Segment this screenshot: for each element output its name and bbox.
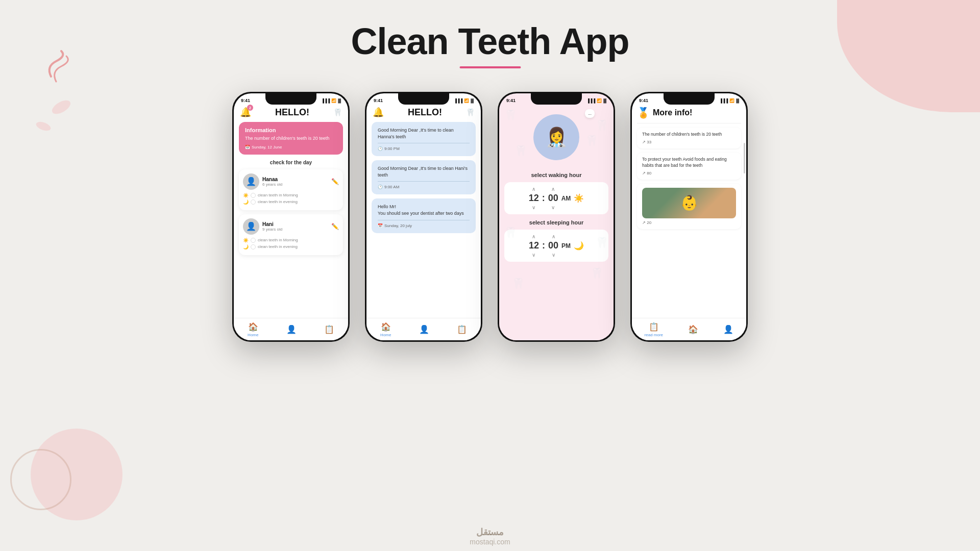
- nav-read-more[interactable]: 📋 read more: [645, 322, 663, 337]
- page-title-container: Clean Teeth App: [351, 20, 629, 68]
- bell-icon-2: 🔔: [373, 107, 384, 118]
- home-icon-4: 🏠: [688, 324, 698, 334]
- nav-home-4[interactable]: 🏠: [688, 324, 698, 334]
- battery-icon-4: ▓: [736, 98, 739, 103]
- title-underline: [459, 66, 521, 68]
- phone-3-screen: 9:41 ▐▐▐ 📶 ▓ 🦷 🦷 🦷 🦷 🦷 🦷 🦷 🦷: [499, 93, 614, 340]
- notification-badge: 2: [247, 105, 253, 111]
- nav-profile-4[interactable]: 👤: [723, 324, 733, 334]
- profile-icon-4: 👤: [723, 324, 733, 334]
- chat-dots: ...: [588, 111, 592, 116]
- squiggle-decoration: [41, 46, 82, 89]
- task-checkbox-morning-1[interactable]: [251, 193, 256, 198]
- waking-colon: :: [542, 193, 545, 204]
- time-value-1: 9:00 PM: [384, 146, 400, 151]
- notif-text-3: Hello Mr! You should see your dentist af…: [378, 204, 470, 216]
- moon-icon: 🌙: [243, 199, 249, 205]
- sleeping-minute-col: ∧ 00 ∨: [548, 234, 558, 258]
- chat-bubble: ...: [585, 109, 595, 118]
- phone-2-screen: 9:41 ▐▐▐ 📶 ▓ 🔔 HELLO! 🦷 Good Morning Dea…: [366, 93, 481, 340]
- phone-1-time: 9:41: [241, 98, 250, 103]
- home-icon: 🏠: [248, 322, 258, 332]
- waking-period: AM: [561, 195, 571, 202]
- count-icon-3: ↗: [642, 220, 646, 225]
- count-icon-1: ↗: [642, 140, 646, 144]
- greeting-text: HELLO!: [254, 107, 330, 118]
- info-item-1: The number of children's teeth is 20 tee…: [637, 128, 741, 148]
- task-row-evening-1: 🌙 clean teeth in evening: [243, 199, 339, 205]
- watermark: مستقل mostaqi.com: [470, 527, 510, 546]
- waking-time-picker: ∧ 12 ∨ : ∧ 00 ∨ AM ☀️: [504, 182, 608, 214]
- waking-minute-up[interactable]: ∧: [551, 186, 555, 192]
- award-icon: 🏅: [637, 107, 650, 119]
- more-info-header: 🏅 More info!: [637, 107, 741, 119]
- wifi-icon-2: 📶: [464, 98, 469, 103]
- nav-profile-1[interactable]: 👤: [286, 324, 297, 334]
- child-2-age: 9 years old: [262, 227, 328, 232]
- notification-3: Hello Mr! You should see your dentist af…: [372, 198, 476, 233]
- sleeping-hour-up[interactable]: ∧: [532, 234, 535, 239]
- edit-child-2-button[interactable]: ✏️: [331, 223, 339, 230]
- battery-icon: ▓: [338, 98, 341, 103]
- watermark-arabic: مستقل: [470, 527, 510, 538]
- nav-calendar-2[interactable]: 📋: [457, 324, 467, 334]
- task-checkbox-evening-1[interactable]: [251, 199, 256, 205]
- calendar-icon-2: 📅: [378, 223, 383, 228]
- notif-divider-1: [378, 143, 470, 143]
- phone-3-time: 9:41: [506, 98, 516, 103]
- leaf-decoration-1: [50, 97, 73, 116]
- phone-1-content: 🔔 2 HELLO! 🦷 Information The number of c…: [234, 105, 348, 255]
- nav-profile-2[interactable]: 👤: [419, 324, 429, 334]
- child-2-name: Hani: [262, 221, 328, 227]
- date-value-3: Sunday, 20 july: [384, 223, 412, 228]
- baby-emoji: 👶: [680, 194, 698, 211]
- waking-minute-down[interactable]: ∨: [551, 205, 555, 210]
- greeting-text-2: HELLO!: [387, 107, 463, 118]
- waking-hour-up[interactable]: ∧: [532, 186, 535, 192]
- waking-minute-value: 00: [548, 193, 558, 204]
- phone-2-time: 9:41: [374, 98, 383, 103]
- nav-home-1[interactable]: 🏠 Home: [248, 322, 258, 337]
- signal-icon-2: ▐▐▐: [454, 98, 462, 103]
- info-item-count-3: ↗ 20: [642, 220, 736, 225]
- notif-divider-2: [378, 181, 470, 182]
- moon-time-icon: 🌙: [574, 241, 584, 251]
- notif-text-1: Good Morning Dear ,It's time to clean Ha…: [378, 127, 470, 140]
- info-item-count-1: ↗ 33: [642, 140, 736, 144]
- bell-button[interactable]: 🔔 2: [240, 107, 251, 118]
- nav-calendar-1[interactable]: 📋: [324, 324, 334, 334]
- sleeping-minute-down[interactable]: ∨: [552, 252, 555, 258]
- task-row-morning-2: ☀️ clean teeth in Morning: [243, 238, 339, 243]
- wifi-icon-3: 📶: [597, 98, 602, 103]
- child-card-1: 👤 Hanaa 6 years old ✏️ ☀️ clean teeth in…: [239, 169, 343, 210]
- waking-hour-title: select waking hour: [504, 172, 608, 178]
- task-morning-text-1: clean teeth in Morning: [258, 193, 298, 197]
- phone-1-bottom-nav: 🏠 Home 👤 📋: [234, 318, 348, 340]
- circle-decoration: [10, 449, 71, 510]
- count-value-3: 20: [647, 220, 651, 225]
- child-2-avatar: 👤: [243, 218, 259, 235]
- notification-1: Good Morning Dear ,It's time to clean Ha…: [372, 122, 476, 156]
- task-checkbox-evening-2[interactable]: [251, 244, 256, 249]
- notif-time-1: 🕐 9:00 PM: [378, 146, 470, 151]
- phone-4-content: 🏅 More info! The number of children's te…: [632, 105, 746, 229]
- sleeping-minute-value: 00: [548, 240, 558, 251]
- sleeping-hour-down[interactable]: ∨: [532, 252, 535, 258]
- battery-icon-2: ▓: [471, 98, 474, 103]
- edit-child-1-button[interactable]: ✏️: [331, 178, 339, 185]
- waking-hour-down[interactable]: ∨: [532, 205, 535, 210]
- task-row-evening-2: 🌙 clean teeth in evening: [243, 244, 339, 249]
- profile-icon-2: 👤: [419, 324, 429, 334]
- phone-4: 9:41 ▐▐▐ 📶 ▓ 🏅 More info! The n: [630, 92, 748, 342]
- phone-4-time: 9:41: [639, 98, 648, 103]
- doctor-avatar: 👩‍⚕️: [533, 114, 579, 160]
- info-item-text-2: To protect your teeth Avoid foods and ea…: [642, 157, 736, 169]
- sun-time-icon: ☀️: [574, 193, 584, 203]
- phone-2-bottom-nav: 🏠 Home 👤 📋: [366, 318, 481, 340]
- task-checkbox-morning-2[interactable]: [251, 238, 256, 243]
- phone-2-notch: [398, 93, 449, 105]
- sleeping-minute-up[interactable]: ∧: [552, 234, 555, 239]
- battery-icon-3: ▓: [603, 98, 606, 103]
- nav-home-2[interactable]: 🏠 Home: [380, 322, 391, 337]
- check-day-title: check for the day: [239, 160, 343, 165]
